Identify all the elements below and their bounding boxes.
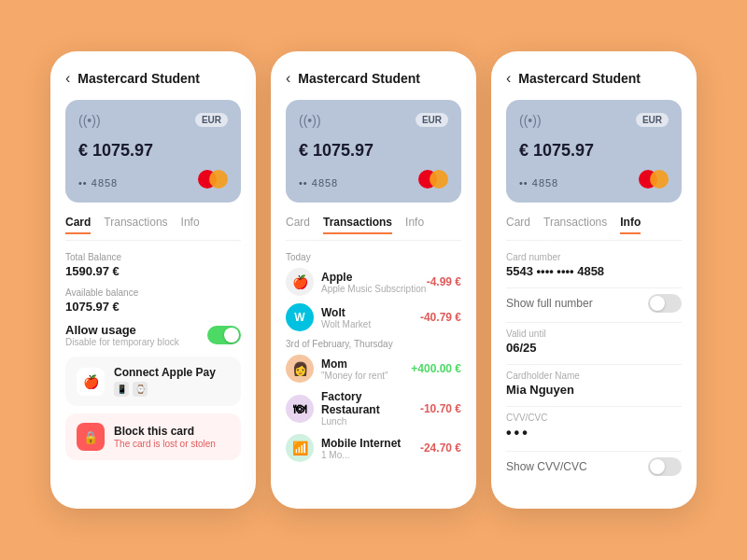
divider-5 xyxy=(506,451,682,452)
apple-icon: 🍎 xyxy=(83,374,99,389)
tx-apple-avatar: 🍎 xyxy=(286,268,314,296)
tx-mom-name: Mom xyxy=(321,357,411,371)
total-balance-section: Total Balance 1590.97 € xyxy=(65,252,241,278)
valid-label: Valid until xyxy=(506,329,682,339)
apple-pay-title: Connect Apple Pay xyxy=(114,366,230,379)
tx-wolt-info: Wolt Wolt Market xyxy=(321,306,420,329)
tx-factory[interactable]: 🍽 Factory Restaurant Lunch -10.70 € xyxy=(286,390,461,427)
tx-mobile-amount: -24.70 € xyxy=(420,441,461,455)
apple-pay-item[interactable]: 🍎 Connect Apple Pay 📱 ⌚ xyxy=(65,357,241,406)
tab-info-1[interactable]: Info xyxy=(181,216,200,234)
tx-apple[interactable]: 🍎 Apple Apple Music Subscription -4.99 € xyxy=(286,268,461,296)
tx-apple-info: Apple Apple Music Subscription xyxy=(321,271,427,294)
allow-usage-row: Allow usage Disable for temporary block xyxy=(65,323,241,347)
mastercard-logo-2 xyxy=(418,170,448,189)
divider-4 xyxy=(506,406,682,407)
tab-card-1[interactable]: Card xyxy=(65,216,91,234)
card-number-display: 5543 •••• •••• 4858 xyxy=(506,264,682,278)
block-card-item[interactable]: 🔒 Block this card The card is lost or st… xyxy=(65,413,241,460)
card-currency-1: EUR xyxy=(195,113,228,127)
card-number-3: •• 4858 xyxy=(519,177,558,189)
phone-card: ‹ Mastercard Student ((•)) EUR € 1075.97… xyxy=(50,51,256,509)
card-wifi-icon-3: ((•)) xyxy=(519,113,542,128)
mastercard-logo-3 xyxy=(639,170,669,189)
cardholder-label: Cardholder Name xyxy=(506,371,682,381)
tabs-3: Card Transactions Info xyxy=(506,216,682,241)
divider-2 xyxy=(506,322,682,323)
tx-apple-sub: Apple Music Subscription xyxy=(321,284,427,294)
tx-mobile-sub: 1 Mo... xyxy=(321,450,420,460)
tx-mobile[interactable]: 📶 Mobile Internet 1 Mo... -24.70 € xyxy=(286,434,461,462)
tab-info-2[interactable]: Info xyxy=(405,216,424,234)
block-card-title: Block this card xyxy=(114,425,230,438)
phone-transactions: ‹ Mastercard Student ((•)) EUR € 1075.97… xyxy=(271,51,476,509)
tx-mobile-avatar: 📶 xyxy=(286,434,314,462)
phone2-header: ‹ Mastercard Student xyxy=(286,70,461,87)
tx-wolt-sub: Wolt Market xyxy=(321,319,420,329)
allow-usage-text: Allow usage Disable for temporary block xyxy=(65,323,179,347)
mastercard-logo-1 xyxy=(198,170,228,189)
tab-transactions-3[interactable]: Transactions xyxy=(543,216,607,234)
feb-label: 3rd of February, Thursday xyxy=(286,339,461,349)
card-amount-3: € 1075.97 xyxy=(519,141,669,161)
tx-mobile-info: Mobile Internet 1 Mo... xyxy=(321,437,420,460)
card-visual-1: ((•)) EUR € 1075.97 •• 4858 xyxy=(65,100,241,203)
apple-pay-icon-wrap: 🍎 xyxy=(77,368,105,396)
tx-mom-avatar: 👩 xyxy=(286,355,314,383)
allow-usage-label: Allow usage xyxy=(65,323,179,337)
phones-container: ‹ Mastercard Student ((•)) EUR € 1075.97… xyxy=(50,51,697,509)
card-number-row: Card number 5543 •••• •••• 4858 xyxy=(506,252,682,278)
apple-pay-icons-row: 📱 ⌚ xyxy=(114,382,230,397)
tab-transactions-2[interactable]: Transactions xyxy=(323,216,392,234)
divider-1 xyxy=(506,287,682,288)
show-full-toggle[interactable] xyxy=(648,294,682,313)
card-currency-3: EUR xyxy=(636,113,669,127)
tab-transactions-1[interactable]: Transactions xyxy=(104,216,167,234)
info-tab-content: Card number 5543 •••• •••• 4858 Show ful… xyxy=(506,252,682,490)
show-cvv-row: Show CVV/CVC xyxy=(506,457,682,476)
tx-wolt-avatar: W xyxy=(286,303,314,331)
phone3-title: Mastercard Student xyxy=(518,71,641,86)
available-value: 1075.97 € xyxy=(65,300,241,314)
available-balance-section: Available balance 1075.97 € xyxy=(65,287,241,314)
tabs-2: Card Transactions Info xyxy=(286,216,461,241)
phone-mini-icon: 📱 xyxy=(114,382,129,397)
phone1-title: Mastercard Student xyxy=(78,71,200,86)
tx-factory-amount: -10.70 € xyxy=(420,402,461,415)
tx-mom[interactable]: 👩 Mom "Money for rent" +400.00 € xyxy=(286,355,461,383)
phone1-header: ‹ Mastercard Student xyxy=(65,70,241,87)
card-amount-1: € 1075.97 xyxy=(78,141,228,161)
card-currency-2: EUR xyxy=(416,113,448,127)
valid-until-row: Valid until 06/25 xyxy=(506,329,682,355)
block-card-sub: The card is lost or stolen xyxy=(114,439,230,449)
block-card-text: Block this card The card is lost or stol… xyxy=(114,425,230,449)
tx-factory-name: Factory Restaurant xyxy=(321,390,420,416)
tabs-1: Card Transactions Info xyxy=(65,216,241,241)
tx-apple-amount: -4.99 € xyxy=(427,275,461,288)
card-tab-content: Total Balance 1590.97 € Available balanc… xyxy=(65,252,241,490)
card-visual-2: ((•)) EUR € 1075.97 •• 4858 xyxy=(286,100,461,203)
card-number-2: •• 4858 xyxy=(299,177,338,189)
back-button-1[interactable]: ‹ xyxy=(65,70,70,87)
today-label: Today xyxy=(286,252,461,262)
phone3-header: ‹ Mastercard Student xyxy=(506,70,682,87)
total-balance-value: 1590.97 € xyxy=(65,264,241,278)
cvv-value: ••• xyxy=(506,425,682,441)
back-button-2[interactable]: ‹ xyxy=(286,70,290,87)
block-card-icon-wrap: 🔒 xyxy=(77,423,105,451)
tx-factory-sub: Lunch xyxy=(321,416,420,427)
tx-mom-sub: "Money for rent" xyxy=(321,371,411,381)
show-cvv-toggle[interactable] xyxy=(648,457,682,476)
lock-icon: 🔒 xyxy=(83,430,98,444)
tab-info-3[interactable]: Info xyxy=(620,216,641,234)
back-button-3[interactable]: ‹ xyxy=(506,70,511,87)
tx-mom-amount: +400.00 € xyxy=(411,362,461,375)
show-full-row: Show full number xyxy=(506,294,682,313)
phone-info: ‹ Mastercard Student ((•)) EUR € 1075.97… xyxy=(491,51,697,509)
tx-wolt[interactable]: W Wolt Wolt Market -40.79 € xyxy=(286,303,461,331)
tab-card-3[interactable]: Card xyxy=(506,216,530,234)
allow-usage-toggle[interactable] xyxy=(207,326,241,344)
cvv-label: CVV/CVC xyxy=(506,413,682,423)
tab-card-2[interactable]: Card xyxy=(286,216,310,234)
tx-wolt-name: Wolt xyxy=(321,306,420,319)
